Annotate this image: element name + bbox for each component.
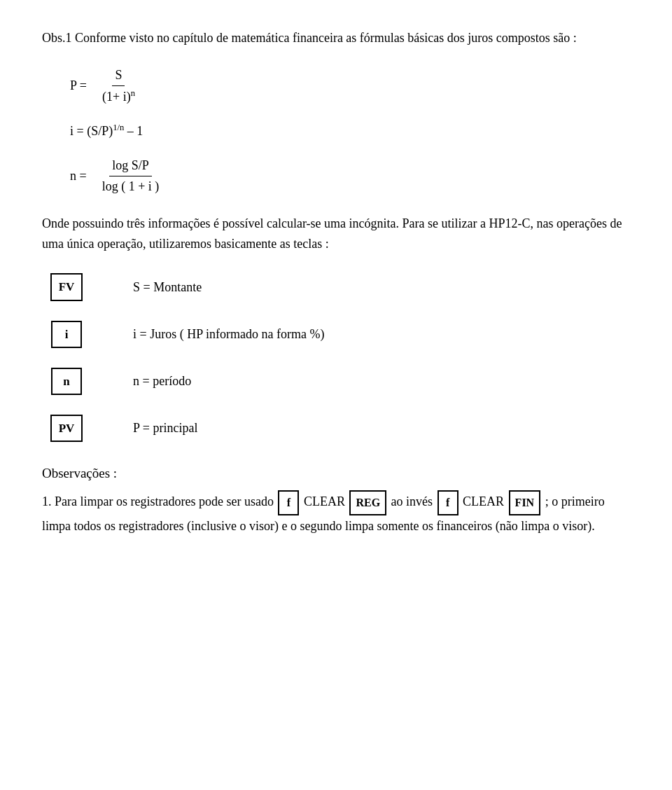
key-row-i: i i = Juros ( HP informado na forma %)	[42, 321, 630, 348]
onde-text: Onde possuindo três informações é possív…	[42, 216, 622, 251]
key-fin[interactable]: FIN	[509, 490, 541, 515]
denominator-log: log ( 1 + i )	[99, 176, 162, 197]
fraction-n: log S/P log ( 1 + i )	[99, 155, 162, 197]
exp-1n: 1/n	[113, 123, 124, 132]
key-desc-i: i = Juros ( HP informado na forma %)	[133, 324, 324, 345]
keys-section: FV S = Montante i i = Juros ( HP informa…	[42, 273, 630, 442]
formula-i: i = (S/P)1/n – 1	[70, 120, 630, 141]
key-reg[interactable]: REG	[349, 490, 386, 515]
formula-n-label: n =	[70, 166, 87, 186]
denominator-1i: (1+ i)n	[99, 86, 138, 107]
formula-p-label: P =	[70, 76, 87, 96]
key-cell-fv: FV	[42, 273, 91, 300]
observacoes-title: Observações :	[42, 463, 630, 484]
formula-p: P = S (1+ i)n	[70, 65, 630, 107]
obs-paragraph-1: 1. Para limpar os registradores pode ser…	[42, 490, 630, 538]
key-fv[interactable]: FV	[50, 273, 83, 300]
obs1-middle: ao invés	[391, 494, 433, 508]
formula-i-label: i = (S/P)1/n – 1	[70, 120, 143, 141]
obs1-clear2: CLEAR	[463, 494, 504, 508]
exp-n: n	[131, 88, 135, 98]
key-row-pv: PV P = principal	[42, 415, 630, 442]
formula-block: P = S (1+ i)n i = (S/P)1/n – 1 n = log S…	[70, 65, 630, 197]
obs1-clear1: CLEAR	[304, 494, 345, 508]
numerator-log: log S/P	[109, 155, 152, 176]
formula-n: n = log S/P log ( 1 + i )	[70, 155, 630, 197]
key-row-fv: FV S = Montante	[42, 273, 630, 300]
key-desc-pv: P = principal	[133, 418, 197, 438]
key-desc-fv: S = Montante	[133, 277, 202, 298]
key-pv[interactable]: PV	[50, 415, 83, 442]
key-cell-pv: PV	[42, 415, 91, 442]
key-cell-n: n	[42, 368, 91, 395]
key-f-1[interactable]: f	[278, 490, 299, 515]
numerator-s: S	[112, 65, 125, 86]
obs-header: Obs.1 Conforme visto no capítulo de mate…	[42, 28, 630, 48]
key-desc-n: n = período	[133, 371, 191, 391]
obs1-before: 1. Para limpar os registradores pode ser…	[42, 494, 274, 508]
key-n[interactable]: n	[51, 368, 82, 395]
key-row-n: n n = período	[42, 368, 630, 395]
key-i[interactable]: i	[51, 321, 82, 348]
fraction-p: S (1+ i)n	[99, 65, 138, 107]
key-f-2[interactable]: f	[438, 490, 458, 515]
onde-paragraph: Onde possuindo três informações é possív…	[42, 214, 630, 254]
key-cell-i: i	[42, 321, 91, 348]
page-content: Obs.1 Conforme visto no capítulo de mate…	[42, 28, 630, 537]
